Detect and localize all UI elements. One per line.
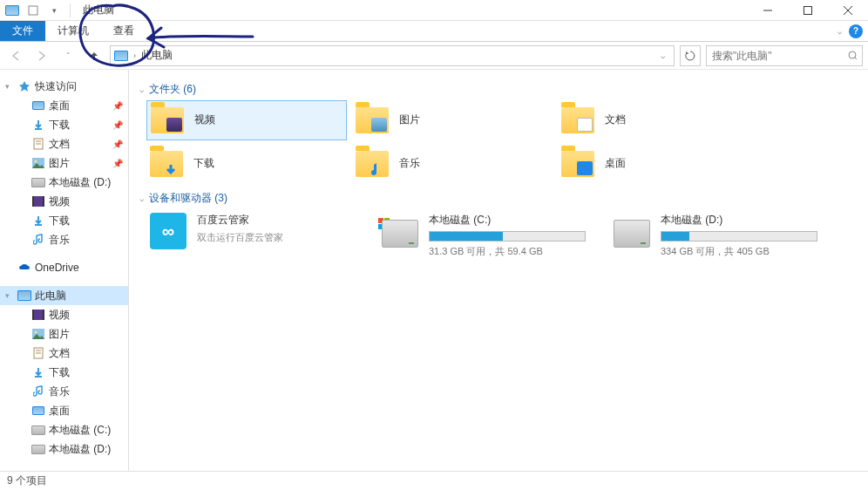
document-icon — [31, 137, 45, 151]
drive-icon — [614, 213, 652, 251]
picture-icon — [31, 156, 45, 170]
folder-label: 图片 — [399, 113, 420, 127]
svg-point-21 — [35, 331, 37, 334]
folder-item-download[interactable]: 下载 — [146, 144, 347, 184]
sidebar-quick-access[interactable]: ▾ 快速访问 — [0, 77, 128, 96]
sidebar-pc-item[interactable]: 音乐 — [0, 382, 128, 401]
sidebar-quick-item[interactable]: 图片📌 — [0, 153, 128, 173]
refresh-button[interactable] — [680, 45, 701, 66]
search-input[interactable] — [712, 50, 843, 62]
sidebar-onedrive[interactable]: OneDrive — [0, 258, 128, 277]
download-icon — [31, 214, 45, 228]
folder-item-music[interactable]: 音乐 — [352, 144, 553, 184]
folder-item-picture[interactable]: 图片 — [352, 100, 553, 140]
folder-icon — [354, 146, 390, 182]
breadcrumb-chevron-icon[interactable]: › — [133, 51, 136, 60]
folder-icon — [559, 102, 596, 139]
app-icon[interactable] — [3, 2, 21, 19]
close-button[interactable] — [828, 0, 868, 21]
search-box[interactable] — [706, 45, 863, 66]
tab-view[interactable]: 查看 — [101, 21, 146, 41]
drive-capacity-bar — [429, 231, 586, 242]
drive-icon — [382, 213, 420, 251]
folder-label: 桌面 — [605, 157, 626, 171]
pin-icon: 📌 — [112, 140, 123, 149]
tab-file[interactable]: 文件 — [0, 21, 45, 41]
drive-item[interactable]: 本地磁盘 (D:)334 GB 可用，共 405 GB — [610, 209, 837, 262]
sidebar-pc-item[interactable]: 图片 — [0, 324, 128, 344]
sidebar-pc-item[interactable]: 本地磁盘 (C:) — [0, 420, 128, 439]
tab-computer[interactable]: 计算机 — [45, 21, 101, 41]
svg-rect-15 — [43, 196, 44, 207]
drive-stats: 31.3 GB 可用，共 59.4 GB — [429, 245, 601, 258]
addressbar: ˅ › 此电脑 ⌵ — [0, 42, 868, 70]
sidebar-quick-item[interactable]: 下载📌 — [0, 115, 128, 134]
desktop-icon — [31, 404, 45, 418]
sidebar-quick-item[interactable]: 本地磁盘 (D:) — [0, 173, 128, 192]
up-button[interactable] — [84, 45, 105, 66]
document-icon — [31, 346, 45, 360]
download-icon — [31, 118, 45, 132]
group-header-folders[interactable]: ⌵ 文件夹 (6) — [139, 82, 858, 97]
help-button[interactable]: ? — [849, 24, 863, 38]
group-header-devices[interactable]: ⌵ 设备和驱动器 (3) — [139, 191, 858, 206]
svg-rect-0 — [29, 6, 37, 15]
drive-icon — [31, 423, 45, 437]
minimize-button[interactable] — [748, 0, 788, 21]
folder-icon — [148, 146, 185, 182]
nav-sidebar: ▾ 快速访问 桌面📌下载📌文档📌图片📌本地磁盘 (D:)视频下载音乐 OneDr… — [0, 70, 129, 471]
caret-down-icon: ▾ — [5, 82, 14, 91]
maximize-button[interactable] — [788, 0, 828, 21]
sidebar-quick-item[interactable]: 桌面📌 — [0, 96, 128, 115]
sidebar-quick-item[interactable]: 文档📌 — [0, 134, 128, 153]
folder-label: 视频 — [194, 113, 215, 127]
qat-dropdown-button[interactable]: ▾ — [45, 2, 63, 19]
path-location[interactable]: 此电脑 — [141, 48, 650, 63]
pin-icon: 📌 — [112, 101, 123, 111]
address-input[interactable]: › 此电脑 ⌵ — [110, 45, 675, 66]
sidebar-quick-item[interactable]: 视频 — [0, 192, 128, 211]
sidebar-pc-item[interactable]: 视频 — [0, 305, 128, 324]
folder-item-document[interactable]: 文档 — [558, 100, 758, 140]
sidebar-pc-item[interactable]: 桌面 — [0, 401, 128, 420]
status-item-count: 9 个项目 — [7, 473, 47, 488]
address-dropdown[interactable]: ⌵ — [655, 51, 670, 60]
forward-button[interactable] — [31, 45, 52, 66]
caret-down-icon: ⌵ — [139, 85, 144, 94]
sidebar-quick-item[interactable]: 音乐 — [0, 230, 128, 249]
sidebar-this-pc[interactable]: ▾ 此电脑 — [0, 286, 128, 305]
sidebar-quick-item[interactable]: 下载 — [0, 211, 128, 230]
back-button[interactable] — [5, 45, 26, 66]
svg-point-5 — [849, 51, 856, 58]
svg-rect-13 — [32, 196, 44, 207]
sidebar-pc-item[interactable]: 文档 — [0, 344, 128, 363]
search-icon — [848, 51, 857, 61]
svg-rect-2 — [804, 6, 812, 14]
titlebar: ▾ 此电脑 — [0, 0, 868, 21]
device-item-baidu[interactable]: ∞百度云管家双击运行百度云管家 — [146, 209, 373, 262]
baidu-icon: ∞ — [150, 213, 188, 251]
window-title: 此电脑 — [83, 3, 114, 17]
caret-down-icon: ⌵ — [139, 194, 144, 203]
thispc-icon — [17, 289, 31, 303]
svg-rect-19 — [43, 310, 44, 320]
pin-icon: 📌 — [112, 120, 123, 130]
folder-item-video[interactable]: 视频 — [146, 100, 347, 140]
video-icon — [31, 194, 45, 208]
folder-label: 文档 — [605, 113, 626, 127]
folder-icon — [149, 102, 186, 139]
sidebar-network[interactable]: 网络 — [0, 467, 128, 471]
network-icon — [17, 470, 31, 471]
sidebar-pc-item[interactable]: 下载 — [0, 363, 128, 382]
ribbon-expand-button[interactable]: ⌵ — [837, 27, 842, 36]
drive-item[interactable]: 本地磁盘 (C:)31.3 GB 可用，共 59.4 GB — [378, 209, 605, 262]
sidebar-pc-item[interactable]: 本地磁盘 (D:) — [0, 439, 128, 459]
qat-properties-button[interactable] — [24, 2, 42, 19]
folder-item-desktop[interactable]: 桌面 — [558, 144, 758, 184]
device-subtitle: 双击运行百度云管家 — [197, 231, 370, 244]
folder-icon — [559, 146, 596, 182]
recent-dropdown[interactable]: ˅ — [58, 45, 78, 66]
music-icon — [31, 385, 45, 398]
statusbar: 9 个项目 — [0, 471, 868, 490]
desktop-icon — [31, 99, 45, 112]
